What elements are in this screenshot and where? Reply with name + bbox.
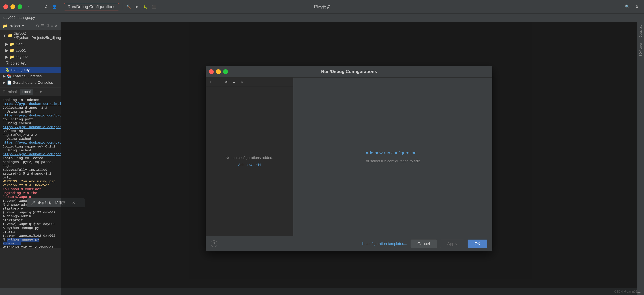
terminal-line: Watching for file changes with StatReloa… — [3, 246, 58, 248]
folder-icon: 📁 — [3, 24, 7, 28]
breadcrumb: day002 manage.py — [0, 13, 644, 22]
terminal-line: Successfully installed asgiref-3.5.2 dja… — [3, 168, 58, 180]
scratches-label: Scratches and Consoles — [13, 80, 53, 85]
add-new-config-link[interactable]: Add new run configuration... — [366, 150, 420, 156]
link-cache-a8[interactable]: https://pypi.doubanio.com/packages/a8 — [3, 114, 60, 117]
dialog-body: + − ⧉ ▲ ⇅ No run configurations added. A… — [206, 77, 492, 236]
sidebar-item-day002[interactable]: ▶ 📁 day002 — [0, 54, 60, 60]
chevron-down-icon: ▼ — [22, 24, 24, 28]
right-panel-sqviewer[interactable]: SQViewer — [638, 40, 644, 59]
run-icon[interactable]: ▶ — [134, 3, 140, 10]
manage-py-label: manage.py — [11, 68, 30, 72]
or-select-text: or select run configuration to edit — [366, 159, 420, 163]
dialog-traffic-lights — [209, 69, 228, 74]
sidebar-item-scratches[interactable]: ▶ 📄 Scratches and Consoles — [0, 79, 60, 86]
apply-button[interactable]: Apply — [440, 240, 464, 248]
right-panel: Database SQViewer — [637, 22, 644, 295]
sidebar-item-app01[interactable]: ▶ 📁 app01 — [0, 47, 60, 54]
build-icon[interactable]: 🔨 — [125, 3, 132, 10]
chevron-icon: ▶ — [3, 74, 6, 78]
close-button[interactable] — [3, 4, 8, 9]
add-new-shortcut: ^N — [256, 163, 261, 167]
filter-icon[interactable]: ≡ — [51, 23, 53, 28]
add-terminal-icon[interactable]: + — [35, 90, 37, 94]
layout-icon[interactable]: ☰ — [41, 23, 45, 28]
add-config-icon[interactable]: + — [208, 79, 214, 85]
dialog-left-content: No run configurations added. Add new... … — [206, 86, 293, 236]
sidebar-header: 📁 Project ▼ ⚙ ☰ ⇅ ≡ ✕ — [0, 22, 60, 30]
terminal-label: Terminal: — [3, 90, 18, 94]
local-tab-label: Local — [22, 90, 31, 94]
sidebar-title: 📁 Project ▼ — [3, 24, 24, 28]
run-debug-configurations-dialog: Run/Debug Configurations + − ⧉ ▲ ⇅ — [206, 66, 492, 251]
dialog-close-button[interactable] — [209, 69, 214, 74]
settings-gear-icon[interactable]: ⚙ — [36, 23, 40, 28]
sidebar-item-manage-py[interactable]: 🐍 manage.py — [0, 67, 60, 73]
sidebar-item-db-sqlite3[interactable]: 🗄 db.sqlite3 — [0, 60, 60, 67]
minimize-button[interactable] — [10, 4, 15, 9]
sort-config-icon[interactable]: ⇅ — [239, 79, 245, 85]
settings-icon[interactable]: ⚙ — [634, 3, 641, 10]
terminal-line: Using cached https://pypi.doubanio.com/p… — [3, 137, 58, 145]
folder-icon: 📁 — [8, 33, 12, 38]
dialog-minimize-button[interactable] — [216, 69, 221, 74]
link-cache-af[interactable]: https://pypi.doubanio.com/packages/af — [3, 141, 60, 145]
dialog-title: Run/Debug Configurations — [321, 69, 377, 74]
title-bar: ← → ↺ 👤 Run/Debug Configurations 🔨 ▶ 🐛 ⬛… — [0, 0, 644, 13]
terminal-header: Terminal: Local + ▼ — [0, 88, 60, 96]
dialog-maximize-button[interactable] — [223, 69, 228, 74]
terminal-line: Looking in indexes: https://pypi.douban.… — [3, 98, 58, 106]
local-tab[interactable]: Local — [20, 89, 33, 95]
sidebar-item-root[interactable]: ▼ 📁 day002 ~/PycharmProjects/5x_django_s… — [0, 30, 60, 41]
terminal-line: Collecting sqlparse>=0.2.2 — [3, 145, 58, 149]
cancel-button[interactable]: Cancel — [410, 240, 437, 248]
dialog-footer: ? lit configuration templates... Cancel … — [206, 236, 492, 251]
chevron-down-icon[interactable]: ▼ — [39, 90, 43, 94]
add-configuration-button[interactable]: Run/Debug Configurations — [64, 3, 119, 10]
search-icon[interactable]: 🔍 — [624, 3, 630, 10]
sidebar-item-external-libraries[interactable]: ▶ 📚 External Libraries — [0, 73, 60, 79]
file-icon: 🗄 — [6, 61, 9, 66]
highlight-command: python manage.py runser... — [3, 238, 39, 246]
move-up-icon[interactable]: ▲ — [231, 79, 237, 85]
traffic-lights — [3, 4, 22, 9]
user-icon[interactable]: 👤 — [51, 3, 58, 10]
add-new-link[interactable]: Add new... ^N — [238, 163, 261, 167]
refresh-icon[interactable]: ↺ — [42, 3, 49, 10]
folder-icon: 📁 — [10, 42, 14, 46]
app-center-title: 腾讯会议 — [314, 4, 330, 9]
dialog-left-panel: + − ⧉ ▲ ⇅ No run configurations added. A… — [206, 77, 293, 236]
content-area: Run/Debug Configurations + − ⧉ ▲ ⇅ — [61, 22, 637, 295]
terminal-warning: WARNING: You are using pip version 22.0.… — [3, 180, 58, 187]
remove-config-icon[interactable]: − — [216, 79, 222, 85]
terminal-line: (.venv) wupeiqi@192 day002 % python mana… — [3, 222, 58, 234]
separator — [61, 3, 61, 10]
sidebar-item-venv[interactable]: ▶ 📁 .venv — [0, 41, 60, 47]
template-text: lit configuration templates... — [362, 242, 407, 246]
link-cache-05[interactable]: https://pypi.doubanio.com/packages/05 — [3, 152, 60, 156]
close-sidebar-icon[interactable]: ✕ — [54, 23, 58, 28]
maximize-button[interactable] — [18, 4, 22, 9]
dialog-footer-left: ? — [211, 240, 218, 247]
link-cache-60[interactable]: https://pypi.doubanio.com/packages/60 — [3, 125, 60, 129]
forward-icon[interactable]: → — [34, 3, 41, 10]
help-icon[interactable]: ? — [211, 240, 218, 247]
folder-icon: 📁 — [10, 55, 14, 59]
template-link[interactable]: lit configuration templates... — [362, 242, 407, 246]
right-panel-database[interactable]: Database — [638, 22, 644, 40]
terminal-line: Collecting asgiref<4,>=3.3.2 — [3, 129, 58, 137]
chevron-icon: ▶ — [6, 42, 8, 46]
chevron-icon: ▶ — [6, 48, 8, 53]
chevron-icon: ▶ — [6, 55, 8, 59]
chevron-down-icon: ▼ — [3, 33, 6, 38]
stop-icon[interactable]: ⬛ — [151, 3, 157, 10]
link-pypi-douban[interactable]: https://pypi.douban.com/simple/ — [3, 102, 60, 106]
sort-icon[interactable]: ⇅ — [46, 23, 50, 28]
debug-icon[interactable]: 🐛 — [142, 3, 149, 10]
db-sqlite3-label: db.sqlite3 — [10, 61, 26, 66]
ok-button[interactable]: OK — [468, 240, 487, 248]
back-icon[interactable]: ← — [26, 3, 32, 10]
terminal-line: Using cached https://pypi.doubanio.com/p… — [3, 121, 58, 129]
copy-config-icon[interactable]: ⧉ — [223, 79, 229, 85]
terminal-line: Using cached https://pypi.doubanio.com/p… — [3, 149, 58, 156]
